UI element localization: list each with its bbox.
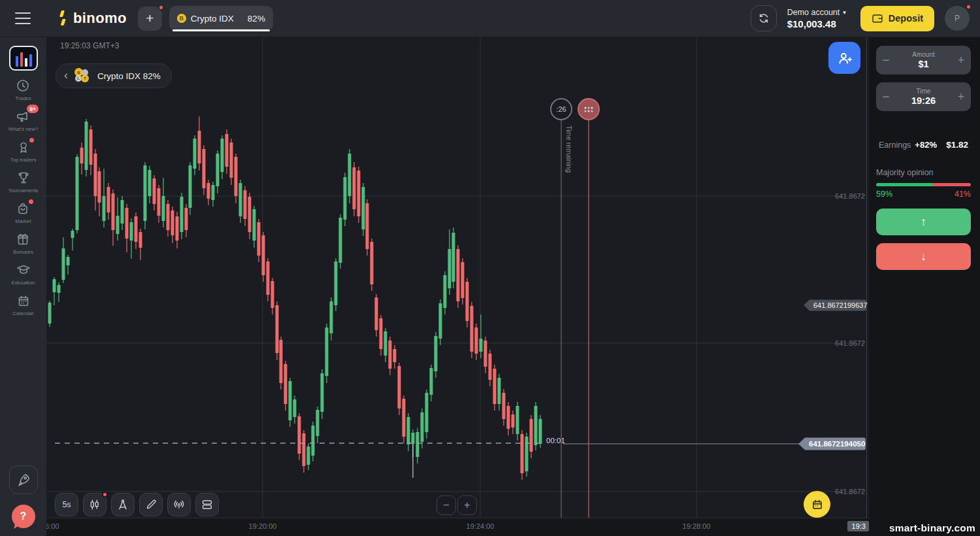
account-type-label: Demo account — [787, 8, 840, 17]
economic-calendar-button[interactable] — [804, 491, 830, 518]
checkered-flag-icon — [591, 107, 593, 109]
candle-body — [221, 139, 224, 172]
rocket-icon — [16, 472, 31, 488]
majority-up-percent: 59% — [876, 190, 892, 199]
minus-icon: − — [443, 499, 449, 511]
candle-body — [307, 446, 310, 465]
majority-opinion-bar — [876, 183, 971, 186]
candle-body — [502, 393, 506, 419]
candle-body — [248, 197, 252, 232]
sidebar-item-trades[interactable]: Trades — [15, 78, 31, 101]
candle-body — [470, 306, 474, 352]
time-increase-button[interactable]: + — [951, 90, 971, 104]
sidebar-item-calendar[interactable]: Calendar — [12, 293, 33, 316]
amount-decrease-button[interactable]: − — [876, 54, 896, 67]
deposit-button[interactable]: Deposit — [860, 6, 934, 31]
zoom-in-button[interactable]: + — [457, 495, 477, 515]
earnings-amount: $1.82 — [946, 140, 968, 150]
support-button[interactable]: ? — [12, 505, 35, 528]
call-up-button[interactable]: ↑ — [876, 209, 971, 235]
compass-icon — [116, 497, 130, 512]
candle-body — [112, 193, 115, 230]
x-axis-label: 19:20:00 — [249, 522, 277, 530]
calendar-icon — [16, 293, 31, 309]
candle-body — [239, 183, 242, 216]
sidebar-item-tournaments[interactable]: Tournaments — [8, 170, 38, 193]
avatar[interactable]: P — [945, 6, 970, 31]
layout-button[interactable] — [195, 493, 219, 516]
asset-selector-pill[interactable]: ‹ B L T Crypto IDX 82% — [56, 63, 172, 88]
candlestick-chart[interactable]: 641.8672641.8672641.867200:01641.8672194… — [46, 37, 869, 518]
candle-body — [339, 218, 342, 263]
time-value: 19:26 — [896, 95, 951, 106]
sidebar-item-education[interactable]: Education — [12, 262, 35, 286]
candle-body — [207, 183, 210, 199]
candle-body — [521, 434, 524, 473]
candle-body — [489, 354, 492, 380]
indicators-button[interactable] — [111, 493, 135, 516]
candle-body — [321, 373, 324, 412]
top-bar: binomo + B Crypto IDX 82% Demo account ▾… — [0, 0, 980, 37]
asset-pill-label: Crypto IDX 82% — [97, 71, 161, 81]
checkered-flag-icon — [588, 107, 590, 109]
candle-body — [85, 122, 88, 170]
candle-body — [98, 171, 101, 203]
y-axis-label: 641.8672 — [835, 192, 865, 200]
boost-button[interactable] — [9, 465, 38, 494]
candle-body — [103, 196, 106, 221]
candle-body — [507, 406, 510, 429]
clock-icon — [15, 78, 31, 93]
chart-gallery-thumbnail[interactable] — [9, 46, 38, 71]
account-switcher[interactable]: Demo account ▾ $10,003.48 — [787, 8, 846, 29]
candle-body — [80, 148, 84, 163]
graduation-cap-icon — [16, 262, 31, 278]
zoom-out-button[interactable]: − — [436, 495, 456, 515]
timeframe-label: 5s — [62, 500, 71, 509]
gift-icon — [15, 231, 31, 247]
time-field[interactable]: Time 19:26 — [896, 88, 951, 106]
refresh-balance-button[interactable] — [751, 5, 777, 31]
active-tab-underline — [172, 29, 270, 31]
amount-field[interactable]: Amount $1 — [896, 51, 951, 69]
candle-body — [330, 301, 333, 333]
candle-body — [444, 275, 447, 308]
candle-body — [412, 433, 415, 444]
asset-tab-crypto-idx[interactable]: B Crypto IDX 82% — [169, 6, 273, 31]
watermark: smart-binary.com — [889, 522, 975, 534]
time-decrease-button[interactable]: − — [876, 90, 896, 104]
candle-body — [516, 406, 519, 434]
candle-body — [421, 412, 424, 442]
candle-body — [90, 129, 93, 165]
sidebar-item-market[interactable]: Market — [15, 201, 31, 224]
candle-body — [370, 242, 374, 284]
coin-icon: B — [177, 14, 186, 23]
majority-down-percent: 41% — [955, 190, 971, 199]
amount-increase-button[interactable]: + — [951, 54, 971, 67]
sidebar-item-whats-new[interactable]: 9+ What's new? — [8, 109, 39, 132]
drawing-button[interactable] — [139, 493, 163, 516]
chart-type-button[interactable] — [83, 493, 106, 516]
sidebar-item-top-traders[interactable]: Top traders — [10, 139, 36, 163]
server-clock: 19:25:03 GMT+3 — [60, 41, 119, 50]
candle-body — [302, 433, 306, 466]
candle-body — [130, 222, 133, 241]
menu-icon[interactable] — [15, 12, 31, 24]
current-time-box: 19:3 — [847, 521, 869, 531]
sidebar-item-bonuses[interactable]: Bonuses — [13, 231, 33, 255]
candle-body — [71, 231, 74, 238]
candle-body — [335, 261, 338, 305]
signal-icon — [172, 497, 186, 512]
invite-friend-button[interactable] — [828, 42, 860, 74]
timeframe-button[interactable]: 5s — [55, 493, 78, 516]
add-asset-tab-button[interactable]: + — [138, 7, 162, 31]
candle-body — [144, 165, 147, 221]
candle-body — [493, 369, 497, 404]
candle-body — [198, 131, 201, 163]
put-down-button[interactable]: ↓ — [876, 243, 971, 270]
candle-body — [398, 366, 401, 409]
candle-body — [380, 318, 383, 349]
majority-percentages: 59% 41% — [876, 190, 971, 199]
candle-body — [48, 303, 52, 324]
open-trade-price-tag-text: 641.8672199637 — [813, 301, 868, 309]
signals-button[interactable] — [167, 493, 191, 516]
